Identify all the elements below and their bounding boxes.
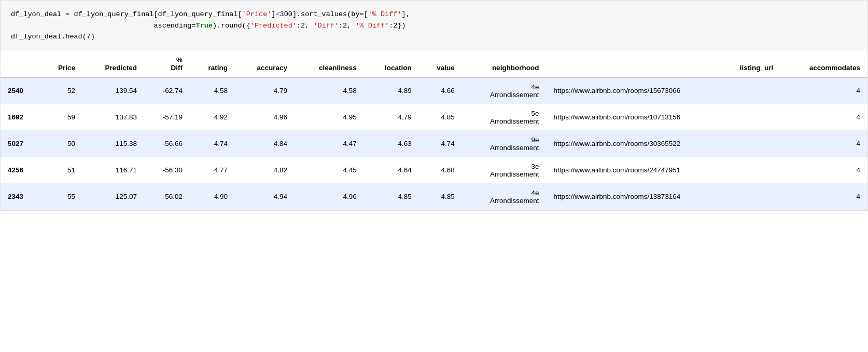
col-header-price: Price [40,51,82,77]
cell-pct-diff: -56.66 [144,130,190,157]
cell-neighborhood: 4eArrondissement [462,77,547,104]
col-header-neighborhood: neighborhood [462,51,547,77]
cell-value: 4.74 [419,130,462,157]
cell-location: 4.85 [364,183,419,210]
cell-location: 4.79 [364,104,419,130]
cell-accommodates: 4 [780,183,867,210]
cell-index: 2343 [1,183,40,210]
cell-cleanliness: 4.58 [295,77,364,104]
cell-cleanliness: 4.95 [295,104,364,130]
cell-predicted: 139.54 [82,77,144,104]
cell-index: 4256 [1,157,40,183]
cell-index: 2540 [1,77,40,104]
cell-pct-diff: -56.02 [144,183,190,210]
cell-neighborhood: 9eArrondissement [462,130,547,157]
cell-listing-url: https://www.airbnb.com/rooms/10713156 [547,104,781,130]
table-row: 2343 55 125.07 -56.02 4.90 4.94 4.96 4.8… [1,183,867,210]
output-area: Price Predicted %Diff rating accuracy cl… [0,51,868,211]
table-row: 1692 59 137.83 -57.19 4.92 4.96 4.95 4.7… [1,104,867,130]
cell-predicted: 115.38 [82,130,144,157]
cell-accommodates: 4 [780,77,867,104]
cell-index: 5027 [1,130,40,157]
col-header-accuracy: accuracy [235,51,295,77]
cell-price: 50 [40,130,82,157]
cell-accommodates: 4 [780,157,867,183]
cell-location: 4.64 [364,157,419,183]
cell-neighborhood: 4eArrondissement [462,183,547,210]
col-header-accommodates: accommodates [780,51,867,77]
cell-rating: 4.90 [190,183,235,210]
table-row: 2540 52 139.54 -62.74 4.58 4.79 4.58 4.8… [1,77,867,104]
cell-cleanliness: 4.47 [295,130,364,157]
cell-accuracy: 4.82 [235,157,295,183]
cell-predicted: 137.83 [82,104,144,130]
cell-accuracy: 4.94 [235,183,295,210]
cell-price: 51 [40,157,82,183]
cell-price: 55 [40,183,82,210]
cell-accuracy: 4.79 [235,77,295,104]
cell-rating: 4.74 [190,130,235,157]
table-row: 5027 50 115.38 -56.66 4.74 4.84 4.47 4.6… [1,130,867,157]
cell-accuracy: 4.84 [235,130,295,157]
cell-pct-diff: -57.19 [144,104,190,130]
cell-rating: 4.58 [190,77,235,104]
cell-listing-url: https://www.airbnb.com/rooms/15673066 [547,77,781,104]
cell-rating: 4.92 [190,104,235,130]
table-row: 4256 51 116.71 -56.30 4.77 4.82 4.45 4.6… [1,157,867,183]
cell-predicted: 125.07 [82,183,144,210]
cell-rating: 4.77 [190,157,235,183]
cell-listing-url: https://www.airbnb.com/rooms/24747951 [547,157,781,183]
col-header-location: location [364,51,419,77]
code-cell: df_lyon_deal = df_lyon_query_final[df_ly… [0,0,868,51]
cell-cleanliness: 4.45 [295,157,364,183]
data-table: Price Predicted %Diff rating accuracy cl… [1,51,867,210]
cell-accommodates: 4 [780,130,867,157]
cell-location: 4.89 [364,77,419,104]
cell-cleanliness: 4.96 [295,183,364,210]
cell-value: 4.68 [419,157,462,183]
cell-pct-diff: -62.74 [144,77,190,104]
cell-accommodates: 4 [780,104,867,130]
col-header-index [1,51,40,77]
col-header-cleanliness: cleanliness [295,51,364,77]
col-header-pct-diff: %Diff [144,51,190,77]
col-header-rating: rating [190,51,235,77]
cell-predicted: 116.71 [82,157,144,183]
cell-index: 1692 [1,104,40,130]
cell-price: 52 [40,77,82,104]
cell-listing-url: https://www.airbnb.com/rooms/13873164 [547,183,781,210]
cell-location: 4.63 [364,130,419,157]
cell-value: 4.85 [419,183,462,210]
cell-listing-url: https://www.airbnb.com/rooms/30365522 [547,130,781,157]
col-header-value: value [419,51,462,77]
cell-neighborhood: 3eArrondissement [462,157,547,183]
col-header-listing-url: listing_url [547,51,781,77]
cell-value: 4.85 [419,104,462,130]
cell-pct-diff: -56.30 [144,157,190,183]
col-header-predicted: Predicted [82,51,144,77]
cell-neighborhood: 5eArrondissement [462,104,547,130]
cell-value: 4.66 [419,77,462,104]
cell-accuracy: 4.96 [235,104,295,130]
cell-price: 59 [40,104,82,130]
